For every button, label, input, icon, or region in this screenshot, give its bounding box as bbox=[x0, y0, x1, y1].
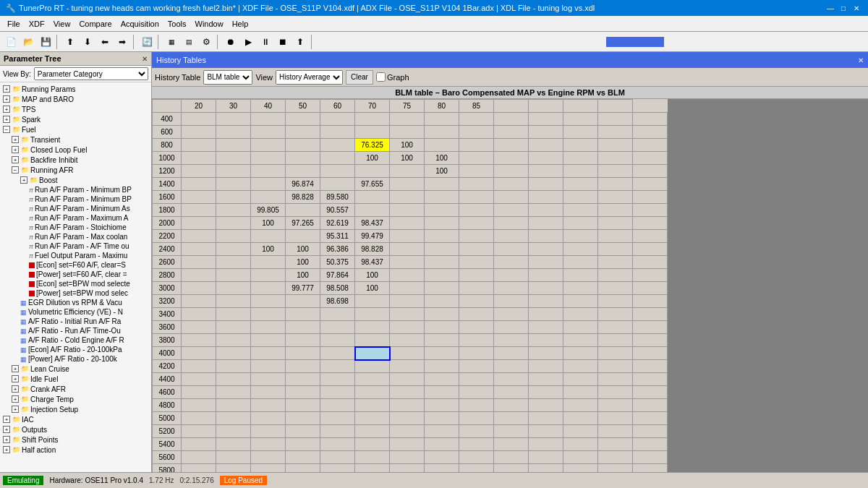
view-by-select[interactable]: Parameter Category bbox=[34, 67, 148, 80]
table-cell[interactable] bbox=[425, 399, 459, 412]
table-cell[interactable] bbox=[320, 152, 355, 165]
table-cell[interactable]: 97.655 bbox=[355, 178, 390, 191]
table-cell[interactable] bbox=[216, 139, 251, 152]
table-cell[interactable] bbox=[320, 165, 355, 178]
table-cell[interactable] bbox=[459, 451, 494, 464]
table-cell[interactable] bbox=[286, 373, 320, 386]
table-cell[interactable] bbox=[251, 438, 286, 451]
table-cell[interactable] bbox=[251, 152, 286, 165]
tb-btn-7[interactable]: ▦ bbox=[163, 34, 179, 50]
table-cell[interactable] bbox=[459, 126, 494, 139]
tree-item[interactable]: +📁Boost bbox=[1, 175, 150, 185]
tree-item[interactable]: πRun A/F Param - Minimum As bbox=[1, 204, 150, 213]
table-cell[interactable] bbox=[251, 308, 286, 321]
table-cell[interactable] bbox=[216, 178, 251, 191]
table-cell[interactable] bbox=[320, 412, 355, 425]
table-cell[interactable] bbox=[494, 295, 529, 308]
tb-btn-6[interactable]: 🔄 bbox=[139, 34, 155, 50]
table-cell[interactable] bbox=[251, 126, 286, 139]
table-cell[interactable] bbox=[216, 217, 251, 230]
table-cell[interactable] bbox=[390, 321, 425, 334]
tree-item[interactable]: +📁Spark bbox=[1, 114, 150, 124]
table-cell[interactable] bbox=[286, 438, 320, 451]
table-cell[interactable] bbox=[251, 334, 286, 347]
tree-item[interactable]: [Power] set=F60 A/F, clear = bbox=[1, 270, 150, 279]
history-table-select[interactable]: BLM table bbox=[203, 70, 252, 85]
table-cell[interactable] bbox=[494, 399, 529, 412]
table-cell[interactable] bbox=[494, 165, 529, 178]
table-cell[interactable] bbox=[182, 360, 216, 373]
table-cell[interactable] bbox=[494, 347, 529, 360]
table-cell[interactable] bbox=[390, 386, 425, 399]
menu-item-file[interactable]: File bbox=[3, 18, 25, 30]
table-cell[interactable] bbox=[182, 347, 216, 360]
table-cell[interactable]: 98.437 bbox=[355, 256, 390, 269]
table-cell[interactable] bbox=[459, 464, 494, 473]
table-cell[interactable] bbox=[320, 451, 355, 464]
table-cell[interactable] bbox=[459, 399, 494, 412]
table-cell[interactable] bbox=[355, 191, 390, 204]
table-cell[interactable] bbox=[216, 464, 251, 473]
table-cell[interactable] bbox=[251, 386, 286, 399]
table-cell[interactable] bbox=[182, 178, 216, 191]
table-cell[interactable] bbox=[286, 204, 320, 217]
table-cell[interactable] bbox=[459, 386, 494, 399]
table-cell[interactable] bbox=[182, 334, 216, 347]
table-cell[interactable] bbox=[320, 334, 355, 347]
table-cell[interactable] bbox=[216, 256, 251, 269]
table-cell[interactable]: 90.557 bbox=[320, 204, 355, 217]
table-cell[interactable] bbox=[182, 269, 216, 282]
table-cell[interactable]: 98.437 bbox=[355, 217, 390, 230]
tree-item[interactable]: +📁Closed Loop Fuel bbox=[1, 145, 150, 155]
table-cell[interactable] bbox=[459, 191, 494, 204]
table-cell[interactable] bbox=[425, 464, 459, 473]
table-cell[interactable]: 99.479 bbox=[355, 230, 390, 243]
table-cell[interactable]: 100 bbox=[355, 152, 390, 165]
table-cell[interactable] bbox=[459, 412, 494, 425]
table-cell[interactable] bbox=[425, 438, 459, 451]
table-cell[interactable] bbox=[251, 139, 286, 152]
tree-item[interactable]: +📁IAC bbox=[1, 414, 150, 424]
table-cell[interactable] bbox=[286, 126, 320, 139]
table-cell[interactable] bbox=[355, 425, 390, 438]
table-cell[interactable]: 98.828 bbox=[286, 191, 320, 204]
table-cell[interactable] bbox=[320, 386, 355, 399]
table-cell[interactable] bbox=[355, 347, 390, 360]
table-cell[interactable]: 96.386 bbox=[320, 243, 355, 256]
table-cell[interactable] bbox=[425, 334, 459, 347]
table-cell[interactable] bbox=[251, 256, 286, 269]
table-cell[interactable]: 100 bbox=[355, 269, 390, 282]
table-cell[interactable] bbox=[425, 412, 459, 425]
table-cell[interactable]: 97.265 bbox=[286, 217, 320, 230]
table-cell[interactable] bbox=[390, 412, 425, 425]
tree-item[interactable]: +📁Shift Points bbox=[1, 435, 150, 445]
table-cell[interactable] bbox=[355, 321, 390, 334]
table-cell[interactable] bbox=[425, 230, 459, 243]
table-cell[interactable] bbox=[425, 178, 459, 191]
table-cell[interactable] bbox=[494, 438, 529, 451]
tree-item[interactable]: +📁MAP and BARO bbox=[1, 94, 150, 104]
tb-pause[interactable]: ⏸ bbox=[258, 34, 273, 50]
table-cell[interactable] bbox=[425, 204, 459, 217]
table-cell[interactable] bbox=[216, 347, 251, 360]
tree-item[interactable]: ▦Volumetric Efficiency (VE) - N bbox=[1, 307, 150, 317]
table-cell[interactable] bbox=[182, 295, 216, 308]
table-cell[interactable] bbox=[286, 139, 320, 152]
tb-stop[interactable]: ⏹ bbox=[275, 34, 291, 50]
table-cell[interactable]: 92.619 bbox=[320, 217, 355, 230]
table-cell[interactable] bbox=[494, 191, 529, 204]
table-cell[interactable] bbox=[425, 139, 459, 152]
table-cell[interactable] bbox=[459, 269, 494, 282]
table-cell[interactable] bbox=[459, 282, 494, 295]
table-cell[interactable] bbox=[251, 464, 286, 473]
table-cell[interactable] bbox=[459, 373, 494, 386]
table-cell[interactable] bbox=[355, 464, 390, 473]
menu-item-acquisition[interactable]: Acquisition bbox=[116, 18, 163, 30]
table-cell[interactable] bbox=[425, 191, 459, 204]
table-cell[interactable] bbox=[355, 204, 390, 217]
table-cell[interactable] bbox=[286, 308, 320, 321]
menu-item-window[interactable]: Window bbox=[191, 18, 228, 30]
table-cell[interactable] bbox=[494, 282, 529, 295]
table-cell[interactable] bbox=[459, 295, 494, 308]
table-cell[interactable] bbox=[320, 399, 355, 412]
